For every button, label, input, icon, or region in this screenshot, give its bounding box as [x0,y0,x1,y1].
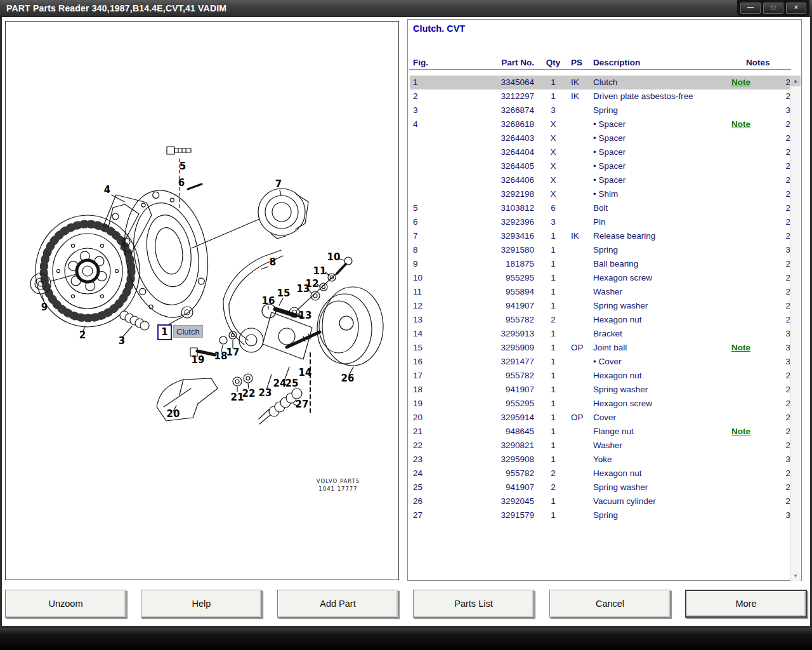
table-row[interactable]: 219486451Flange nut2Note [410,425,791,439]
cell-qty: 2 [539,468,567,478]
table-row[interactable]: 2332959081Yoke3 [410,453,791,467]
table-row[interactable]: 3264405X• Spacer2 [410,159,791,173]
table-row[interactable]: 129419071Spring washer2 [410,299,791,313]
scroll-down-icon[interactable]: ▼ [790,571,801,581]
cell-fig: 15 [413,343,422,352]
table-row[interactable]: 109552951Hexagon screw2 [410,271,791,285]
cell-part: 3292396 [471,217,534,227]
cell-part: 941907 [471,482,534,492]
cell-part: 3295909 [471,343,534,352]
note-link[interactable]: Note [731,427,750,436]
cell-fig: 8 [413,245,418,255]
header-divider [409,69,791,70]
cell-qty: 1 [539,371,567,380]
cell-desc: Hexagon screw [593,399,652,408]
cell-last: 3 [762,245,790,255]
note-link[interactable]: Note [731,77,750,87]
help-button[interactable]: Help [141,590,262,618]
add-part-button[interactable]: Add Part [277,590,398,618]
table-row[interactable]: 199552951Hexagon screw2 [410,397,791,411]
note-link[interactable]: Note [731,343,750,352]
selected-part-callout[interactable]: 1 [157,324,172,340]
close-button[interactable]: × [786,3,806,14]
cell-fig: 9 [413,259,418,269]
table-row[interactable]: 531038126Bolt2 [410,201,791,215]
cell-part: 3295913 [471,329,534,338]
unzoom-button[interactable]: Unzoom [5,590,126,618]
cell-desc: • Spacer [593,133,625,143]
cell-fig: 21 [413,427,422,436]
cell-last: 2 [762,301,790,310]
table-row[interactable]: 1532959091OPJoint ball3Note [410,341,791,355]
table-row[interactable]: 43268618X• Spacer2Note [410,117,791,131]
cell-last: 2 [762,496,790,506]
cell-part: 3264404 [471,147,534,157]
cell-last: 2 [762,217,790,227]
table-row[interactable]: 832915801Spring3 [410,243,791,257]
table-row[interactable]: 3264404X• Spacer2 [410,145,791,159]
cell-qty: X [539,189,567,199]
cell-qty: 3 [539,217,567,227]
cell-qty: 1 [539,454,567,464]
cell-part: 955295 [471,273,534,282]
table-row[interactable]: 179557821Hexagon nut2 [410,369,791,383]
window-left-border [0,17,2,627]
table-row[interactable]: 732934161IKRelease bearing2 [410,229,791,243]
table-row[interactable]: 632923963Pin2 [410,215,791,229]
table-row[interactable]: 91818751Ball bearing2 [410,257,791,271]
cell-desc: Ball bearing [593,259,638,269]
table-row[interactable]: 119558941Washer2 [410,285,791,299]
more-button[interactable]: More [685,590,807,618]
part-number-label: 5 [180,161,186,172]
table-row[interactable]: 249557822Hexagon nut2 [410,467,791,481]
cancel-button[interactable]: Cancel [549,590,671,618]
table-row[interactable]: 2632920451Vacuum cylinder2 [410,494,791,508]
cell-ps: OP [571,413,584,422]
part-number-label: 20 [167,408,180,420]
part-number-label: 24 [273,378,287,389]
header-description: Description [593,58,640,67]
table-row[interactable]: 1632914771• Cover3 [410,355,791,369]
table-row[interactable]: 332668743Spring3 [410,103,791,117]
cell-part: 3291579 [471,510,534,520]
cell-part: 3292198 [471,189,534,199]
table-row[interactable]: 232122971IKDriven plate asbestos-free2 [410,90,791,103]
part-number-label: 10 [327,251,341,263]
part-number-label: 8 [270,256,276,268]
cell-fig: 3 [413,105,418,115]
cell-fig: 13 [413,315,422,324]
table-row[interactable]: 139557822Hexagon nut2 [410,313,791,327]
cell-last: 2 [762,91,790,101]
table-row[interactable]: 1432959131Bracket3 [410,327,791,341]
cell-last: 2 [762,413,790,422]
part-number-label: 25 [285,378,299,389]
table-row[interactable]: 189419071Spring washer2 [410,383,791,397]
part-number-label: 16 [262,295,275,307]
table-row[interactable]: 2232908211Washer2 [410,439,791,453]
header-notes: Notes [746,58,770,67]
minimize-button[interactable]: — [740,3,761,14]
cell-fig: 24 [413,468,422,478]
parts-list-button[interactable]: Parts List [413,590,534,618]
cell-part: 3292045 [471,496,534,506]
table-row[interactable]: 259419072Spring washer2 [410,481,791,494]
table-row[interactable]: 3264406X• Spacer2 [410,173,791,187]
part-number-label: 9 [41,302,48,313]
scrollbar[interactable]: ▲ ▼ [790,76,801,581]
table-row[interactable]: 2032959141OPCover2 [410,411,791,425]
maximize-button[interactable]: □ [763,3,783,14]
part-number-label: 18 [214,350,228,362]
cell-last: 2 [762,147,790,157]
table-row[interactable]: 3264403X• Spacer2 [410,131,791,145]
part-number-label: 13 [297,283,310,295]
table-row[interactable]: 3292198X• Shim2 [410,187,791,201]
cell-part: 3264405 [471,161,534,171]
part-number-label: 3 [119,335,125,347]
part-number-label: 17 [226,347,240,358]
table-row[interactable]: 133450641IKClutch2Note [410,76,791,90]
cell-last: 2 [762,203,790,213]
cell-part: 941907 [471,385,534,394]
note-link[interactable]: Note [731,119,750,129]
table-row[interactable]: 2732915791Spring3 [410,508,791,522]
scroll-up-icon[interactable]: ▲ [790,76,801,86]
